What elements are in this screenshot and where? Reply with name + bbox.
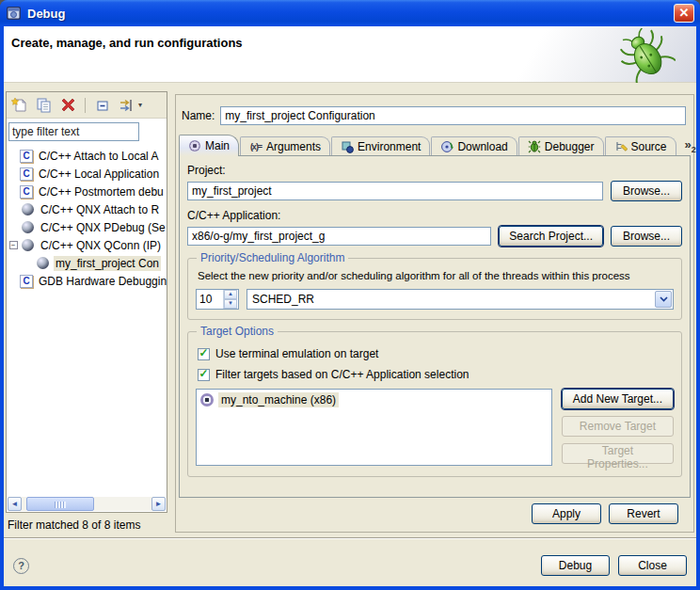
filter-input[interactable] bbox=[8, 122, 139, 141]
download-tab-icon bbox=[440, 140, 453, 153]
target-properties-button[interactable]: Target Properties... bbox=[562, 443, 674, 464]
delete-configuration-icon[interactable] bbox=[58, 96, 77, 115]
priority-controls-row: ▲ ▼ SCHED_RR bbox=[196, 289, 674, 310]
search-project-button[interactable]: Search Project... bbox=[499, 226, 603, 247]
environment-tab-icon bbox=[341, 140, 354, 153]
priority-spinner[interactable]: ▲ ▼ bbox=[196, 289, 239, 310]
tree-horizontal-scrollbar[interactable]: ◄ ► bbox=[8, 497, 166, 511]
collapse-all-icon[interactable] bbox=[93, 96, 112, 115]
scheduler-combobox[interactable]: SCHED_RR bbox=[247, 289, 674, 310]
application-input[interactable] bbox=[187, 227, 491, 246]
name-row: Name: bbox=[182, 106, 686, 125]
debug-button[interactable]: Debug bbox=[541, 555, 610, 576]
scrollbar-thumb[interactable] bbox=[26, 497, 94, 511]
duplicate-configuration-icon[interactable] bbox=[34, 96, 53, 115]
configurations-toolbar: ▾ bbox=[7, 92, 167, 119]
main-tab-icon bbox=[188, 139, 201, 152]
target-machine-icon bbox=[200, 393, 214, 407]
close-button[interactable]: Close bbox=[618, 555, 687, 576]
application-browse-button[interactable]: Browse... bbox=[611, 226, 682, 247]
help-icon[interactable]: ? bbox=[13, 558, 29, 574]
toolbar-separator bbox=[85, 98, 86, 113]
tree-item-postmortem[interactable]: C C/C++ Postmortem debu bbox=[7, 183, 167, 200]
apply-revert-row: Apply Revert bbox=[532, 503, 678, 524]
filter-configurations-icon[interactable] bbox=[118, 96, 136, 115]
c-cpp-config-icon: C bbox=[20, 275, 33, 288]
priority-description: Select the new priority and/or schedulin… bbox=[198, 270, 674, 281]
name-label: Name: bbox=[182, 109, 215, 122]
priority-group: Priority/Scheduling Algorithm Select the… bbox=[187, 258, 682, 320]
project-browse-button[interactable]: Browse... bbox=[611, 181, 682, 201]
tab-overflow-chevron[interactable]: »2 bbox=[681, 137, 700, 154]
terminal-emulation-label: Use terminal emulation on target bbox=[215, 347, 378, 360]
tree-item-attach-local[interactable]: C C/C++ Attach to Local A bbox=[7, 147, 167, 165]
combo-dropdown-icon[interactable] bbox=[655, 291, 672, 308]
tab-download[interactable]: Download bbox=[431, 136, 517, 156]
tab-arguments[interactable]: (x)= Arguments bbox=[240, 136, 330, 156]
header-title: Create, manage, and run configurations bbox=[11, 36, 243, 50]
configuration-detail-panel: Name: Main (x)= Arguments bbox=[175, 94, 694, 533]
spinner-buttons: ▲ ▼ bbox=[223, 290, 237, 309]
spinner-down-icon[interactable]: ▼ bbox=[224, 299, 237, 309]
target-buttons: Add New Target... Remove Target Target P… bbox=[562, 389, 674, 466]
tab-main[interactable]: Main bbox=[179, 135, 239, 156]
new-configuration-icon[interactable] bbox=[9, 96, 28, 115]
application-label: C/C++ Application: bbox=[187, 209, 682, 222]
qnx-config-icon bbox=[35, 256, 50, 270]
filter-targets-row: ✓ Filter targets based on C/C++ Applicat… bbox=[198, 368, 674, 381]
filter-targets-checkbox[interactable]: ✓ bbox=[198, 369, 210, 381]
tree-item-local-application[interactable]: C C/C++ Local Application bbox=[7, 165, 167, 183]
c-cpp-config-icon: C bbox=[20, 150, 33, 163]
debugger-tab-icon bbox=[528, 140, 541, 153]
scroll-left-icon[interactable]: ◄ bbox=[8, 497, 22, 511]
target-selection-row: my_nto_machine (x86) Add New Target... R… bbox=[196, 389, 674, 466]
project-row: Browse... bbox=[187, 181, 682, 201]
project-label: Project: bbox=[187, 164, 682, 177]
title-bar[interactable]: Debug ✕ bbox=[0, 0, 700, 26]
target-list-item[interactable]: my_nto_machine (x86) bbox=[200, 392, 339, 407]
footer-separator bbox=[4, 537, 696, 539]
target-options-group-title: Target Options bbox=[197, 325, 278, 338]
dialog-window-icon bbox=[6, 6, 22, 21]
remove-target-button[interactable]: Remove Target bbox=[562, 416, 674, 437]
tab-debugger[interactable]: Debugger bbox=[518, 136, 604, 156]
add-new-target-button[interactable]: Add New Target... bbox=[562, 389, 674, 409]
c-cpp-config-icon: C bbox=[20, 185, 33, 199]
dialog-content: Create, manage, and run configurations bbox=[4, 26, 696, 586]
terminal-emulation-checkbox[interactable]: ✓ bbox=[198, 348, 210, 360]
close-icon[interactable]: ✕ bbox=[674, 4, 694, 23]
footer-bar: ? Debug Close bbox=[4, 550, 696, 582]
target-options-group: Target Options ✓ Use terminal emulation … bbox=[187, 331, 682, 477]
project-input[interactable] bbox=[187, 182, 603, 200]
priority-value-input[interactable] bbox=[197, 290, 223, 309]
revert-button[interactable]: Revert bbox=[609, 503, 678, 524]
application-row: Search Project... Browse... bbox=[187, 226, 682, 247]
tree-item-my-first-project[interactable]: my_first_project Con bbox=[7, 254, 167, 272]
tree-item-qnx-pdebug[interactable]: C/C++ QNX PDebug (Se bbox=[7, 218, 167, 236]
collapse-expander-icon[interactable]: − bbox=[7, 241, 20, 249]
tab-source[interactable]: Source bbox=[605, 136, 676, 156]
tree-item-gdb-hardware[interactable]: C GDB Hardware Debuggin bbox=[7, 272, 167, 290]
tree-item-qnx-qconn[interactable]: − C/C++ QNX QConn (IP) bbox=[7, 236, 167, 254]
spinner-up-icon[interactable]: ▲ bbox=[224, 290, 237, 299]
terminal-emulation-row: ✓ Use terminal emulation on target bbox=[198, 347, 674, 360]
header-banner: Create, manage, and run configurations bbox=[4, 26, 696, 83]
configurations-panel: ▾ C C/C++ Attach to Local A C C/C++ Loca… bbox=[6, 91, 167, 513]
configurations-tree: C C/C++ Attach to Local A C C/C++ Local … bbox=[7, 143, 167, 497]
arguments-tab-icon: (x)= bbox=[249, 140, 262, 153]
tree-item-qnx-attach[interactable]: C/C++ QNX Attach to R bbox=[7, 200, 167, 218]
target-list[interactable]: my_nto_machine (x86) bbox=[196, 389, 552, 466]
qnx-config-icon bbox=[20, 220, 35, 234]
source-tab-icon bbox=[614, 140, 628, 153]
filter-dropdown-caret-icon[interactable]: ▾ bbox=[138, 101, 142, 109]
scroll-right-icon[interactable]: ► bbox=[151, 497, 166, 511]
filter-status-text: Filter matched 8 of 8 items bbox=[8, 518, 140, 532]
debug-bug-icon bbox=[617, 28, 676, 83]
apply-button[interactable]: Apply bbox=[532, 503, 601, 524]
qnx-config-icon bbox=[20, 202, 35, 216]
tab-environment[interactable]: Environment bbox=[331, 136, 430, 156]
name-input[interactable] bbox=[220, 106, 686, 125]
main-tab-content: Project: Browse... C/C++ Application: Se… bbox=[179, 155, 691, 498]
tab-bar: Main (x)= Arguments Environment bbox=[179, 135, 691, 156]
filter-field-area bbox=[7, 119, 167, 143]
